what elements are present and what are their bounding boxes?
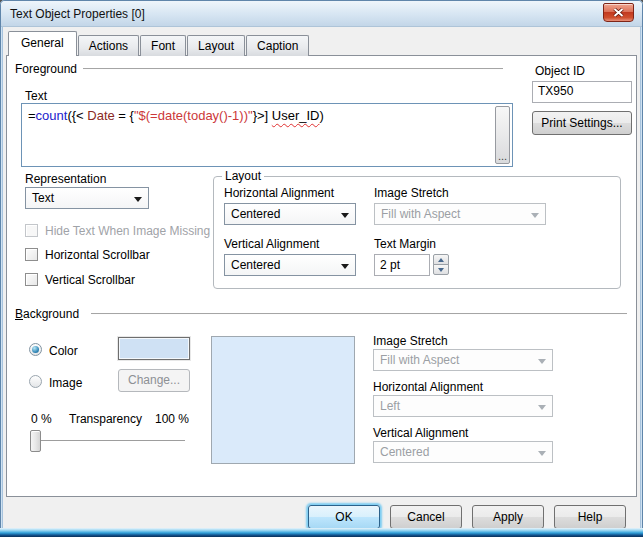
background-divider: [91, 313, 627, 315]
transparency-min-label: 0 %: [31, 412, 52, 426]
formula-segment: User_ID: [272, 108, 320, 123]
background-color-swatch[interactable]: [118, 337, 190, 360]
formula-segment: "$(=date(today()-1))": [134, 108, 253, 123]
bg-image-stretch-label: Image Stretch: [373, 334, 448, 348]
representation-select[interactable]: Text: [25, 187, 149, 209]
representation-value: Text: [32, 191, 54, 205]
foreground-divider: [83, 68, 503, 70]
chevron-down-icon: [538, 405, 546, 410]
bg-image-stretch-select: Fill with Aspect: [373, 349, 553, 371]
title-bar[interactable]: Text Object Properties [0]: [1, 1, 642, 27]
chevron-down-icon: [531, 213, 539, 218]
apply-button[interactable]: Apply: [472, 505, 544, 529]
layout-group-title: Layout: [222, 169, 264, 183]
print-settings-button[interactable]: Print Settings...: [532, 111, 632, 135]
bg-vertical-alignment-value: Centered: [380, 445, 429, 459]
formula-segment: =: [28, 108, 36, 123]
chevron-down-icon: [341, 213, 349, 218]
hide-text-checkbox: [25, 224, 38, 237]
horizontal-scrollbar-label: Horizontal Scrollbar: [45, 248, 150, 262]
chevron-down-icon: [538, 451, 546, 456]
hide-text-checkbox-label: Hide Text When Image Missing: [45, 224, 210, 238]
expression-editor-button[interactable]: ...: [495, 106, 510, 164]
object-id-input[interactable]: TX950: [532, 81, 632, 103]
color-radio[interactable]: [29, 343, 42, 356]
chevron-down-icon: [341, 264, 349, 269]
object-id-label: Object ID: [535, 64, 585, 78]
formula-segment: ): [319, 108, 323, 123]
text-object-properties-dialog: Text Object Properties [0] GeneralAction…: [0, 0, 643, 537]
window-bottom-edge: [0, 528, 643, 537]
tab-layout[interactable]: Layout: [187, 35, 245, 56]
arrow-up-icon: [438, 258, 444, 262]
horizontal-alignment-select[interactable]: Centered: [224, 203, 356, 225]
vertical-scrollbar-checkbox[interactable]: [25, 273, 38, 286]
close-button[interactable]: [603, 3, 634, 22]
color-radio-label: Color: [49, 344, 78, 358]
text-expression-input[interactable]: =count({< Date = {"$(=date(today()-1))"}…: [21, 103, 513, 167]
background-preview: [211, 336, 355, 464]
ok-button[interactable]: OK: [308, 505, 380, 529]
text-label: Text: [25, 89, 47, 103]
foreground-section-label: Foreground: [15, 62, 77, 76]
vertical-alignment-value: Centered: [231, 258, 280, 272]
tab-actions[interactable]: Actions: [78, 35, 139, 56]
transparency-max-label: 100 %: [155, 412, 189, 426]
background-mnemonic: B: [15, 307, 23, 321]
formula-text: =count({< Date = {"$(=date(today()-1))"}…: [28, 108, 324, 123]
formula-segment: ({<: [67, 108, 87, 123]
radio-dot: [32, 346, 39, 353]
image-stretch-label: Image Stretch: [374, 186, 449, 200]
dialog-title: Text Object Properties [0]: [10, 7, 145, 21]
text-margin-label: Text Margin: [374, 237, 436, 251]
formula-segment: Date: [87, 108, 114, 123]
bg-image-stretch-value: Fill with Aspect: [380, 353, 459, 367]
image-stretch-value: Fill with Aspect: [381, 207, 460, 221]
formula-segment: count: [36, 108, 68, 123]
close-icon: [613, 8, 624, 17]
representation-label: Representation: [25, 172, 106, 186]
vertical-alignment-label: Vertical Alignment: [224, 237, 319, 251]
bg-horizontal-alignment-select: Left: [373, 395, 553, 417]
arrow-down-icon: [438, 268, 444, 272]
transparency-label: Transparency: [69, 412, 142, 426]
background-section-label: Background: [15, 307, 79, 321]
vertical-alignment-select[interactable]: Centered: [224, 254, 356, 276]
horizontal-alignment-value: Centered: [231, 207, 280, 221]
help-button[interactable]: Help: [554, 505, 626, 529]
horizontal-scrollbar-checkbox[interactable]: [25, 248, 38, 261]
formula-segment: }>]: [253, 108, 272, 123]
bg-vertical-alignment-select: Centered: [373, 441, 553, 463]
formula-segment: = {: [115, 108, 134, 123]
background-label-rest: ackground: [23, 307, 79, 321]
transparency-slider-track[interactable]: [33, 440, 185, 442]
chevron-down-icon: [134, 197, 142, 202]
text-margin-stepper: [433, 254, 449, 276]
tab-caption[interactable]: Caption: [246, 35, 309, 56]
text-margin-input[interactable]: 2 pt: [374, 254, 430, 276]
cancel-button[interactable]: Cancel: [390, 505, 462, 529]
image-radio-label: Image: [49, 376, 82, 390]
vertical-scrollbar-label: Vertical Scrollbar: [45, 273, 135, 287]
transparency-slider-thumb[interactable]: [30, 430, 41, 452]
bg-horizontal-alignment-label: Horizontal Alignment: [373, 380, 483, 394]
horizontal-alignment-label: Horizontal Alignment: [224, 186, 334, 200]
change-image-button: Change...: [118, 369, 190, 392]
tab-font[interactable]: Font: [140, 35, 186, 56]
tab-strip: GeneralActionsFontLayoutCaption: [8, 31, 310, 56]
tab-general[interactable]: General: [8, 31, 77, 56]
bg-vertical-alignment-label: Vertical Alignment: [373, 426, 468, 440]
bg-horizontal-alignment-value: Left: [380, 399, 400, 413]
image-stretch-select: Fill with Aspect: [374, 203, 546, 225]
layout-group: Layout Horizontal Alignment Centered Ver…: [213, 176, 621, 289]
spin-down-button[interactable]: [433, 264, 449, 275]
chevron-down-icon: [538, 359, 546, 364]
image-radio[interactable]: [29, 375, 42, 388]
general-tab-page: Foreground Object ID TX950 Print Setting…: [6, 55, 637, 497]
